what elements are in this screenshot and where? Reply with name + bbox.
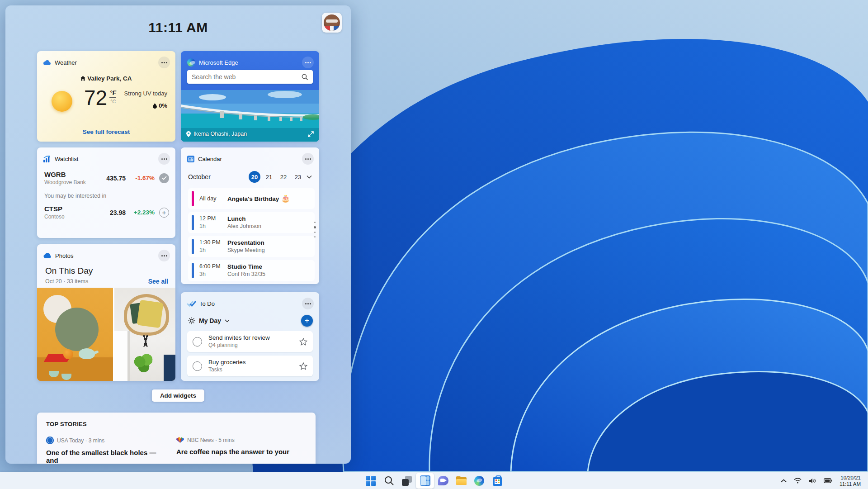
wifi-icon: [794, 478, 802, 484]
calendar-event[interactable]: 12 PM 1h Lunch Alex Johnson: [188, 212, 315, 233]
task-view-button[interactable]: [398, 473, 416, 489]
task-subtitle: Tasks: [208, 366, 299, 373]
weather-widget: Weather Valley Park, CA 72 °F °C Strong …: [37, 51, 175, 142]
stock-row[interactable]: WGRB Woodgrove Bank 435.75 -1.67%: [37, 165, 175, 185]
expand-icon[interactable]: [308, 131, 314, 137]
calendar-date-21[interactable]: 21: [263, 171, 275, 183]
event-color-bar: [192, 191, 194, 206]
event-time: All day: [199, 195, 227, 203]
widgets-panel: 11:11 AM Weather Valley Park, CA 72: [5, 5, 351, 464]
show-hidden-icons-button[interactable]: [778, 477, 789, 484]
stock-add-button[interactable]: +: [159, 208, 169, 218]
task-subtitle: Q4 planning: [208, 342, 299, 349]
see-full-forecast-link[interactable]: See full forecast: [37, 128, 175, 135]
edge-featured-photo[interactable]: Ikema Ohashi, Japan: [181, 90, 319, 142]
photo-collage[interactable]: [37, 288, 175, 381]
task-title: Buy groceries: [208, 359, 299, 366]
search-input[interactable]: [192, 73, 302, 81]
edge-menu-button[interactable]: [302, 57, 314, 68]
stock-added-check-button[interactable]: [159, 173, 169, 183]
stock-row[interactable]: CTSP Contoso 23.98 +2.23% +: [37, 199, 175, 220]
search-icon: [302, 74, 308, 81]
news-headline[interactable]: One of the smallest black holes — and: [46, 449, 165, 464]
stock-name: Contoso: [44, 214, 98, 220]
task-complete-circle[interactable]: [193, 337, 202, 347]
chat-button[interactable]: [434, 473, 452, 489]
photo-caption: Ikema Ohashi, Japan: [186, 131, 247, 137]
volume-button[interactable]: [806, 476, 819, 486]
photos-heading: On This Day: [37, 261, 175, 276]
unit-fahrenheit[interactable]: °F: [109, 89, 117, 98]
calendar-icon: [187, 155, 194, 162]
calendar-expand-chevron-icon[interactable]: [307, 175, 312, 179]
photo-thumbnail-still-life[interactable]: [37, 288, 113, 381]
weather-menu-button[interactable]: [158, 57, 170, 68]
start-button[interactable]: [362, 473, 380, 489]
microsoft-store-button[interactable]: [488, 473, 506, 489]
add-task-button[interactable]: +: [301, 315, 313, 327]
todo-check-icon: [187, 301, 196, 307]
search-icon: [384, 476, 394, 485]
weather-title: Weather: [55, 59, 155, 66]
task-row[interactable]: Buy groceries Tasks: [187, 356, 313, 376]
calendar-event[interactable]: All day Angela's Birthday 🎂: [188, 188, 315, 209]
unit-celsius[interactable]: °C: [110, 99, 116, 104]
watchlist-title: Watchlist: [55, 156, 155, 162]
battery-button[interactable]: [821, 476, 835, 485]
network-button[interactable]: [791, 476, 804, 485]
calendar-events-list: All day Angela's Birthday 🎂 12 PM 1h Lun…: [181, 183, 319, 281]
home-icon: [80, 76, 85, 81]
event-title: Presentation: [227, 239, 311, 247]
calendar-date-20[interactable]: 20: [249, 171, 260, 183]
widgets-button[interactable]: [416, 473, 434, 489]
taskbar-date: 10/20/21: [840, 475, 861, 481]
stock-change: -1.67%: [126, 175, 155, 181]
calendar-widget: Calendar October 20 21 22 23 All day: [181, 147, 319, 284]
taskbar-clock[interactable]: 10/20/21 11:11 AM: [837, 474, 863, 488]
todo-list-selector[interactable]: My Day: [199, 317, 221, 324]
event-color-bar: [192, 263, 194, 278]
battery-icon: [824, 478, 832, 483]
todo-menu-button[interactable]: [302, 298, 314, 309]
weather-temperature: 72 °F °C: [84, 85, 116, 110]
scroll-indicator[interactable]: [314, 222, 316, 237]
event-color-bar: [192, 215, 194, 230]
news-story[interactable]: USA Today · 3 mins One of the smallest b…: [46, 437, 176, 464]
calendar-event[interactable]: 6:00 PM 3h Studio Time Conf Rm 32/35: [188, 260, 315, 281]
task-star-button[interactable]: [299, 338, 307, 346]
task-title: Send invites for review: [208, 334, 299, 342]
edge-title: Microsoft Edge: [199, 59, 298, 66]
panel-clock: 11:11 AM: [5, 20, 351, 35]
photos-menu-button[interactable]: [158, 250, 170, 261]
taskbar-time: 11:11 AM: [840, 481, 861, 487]
stock-symbol: CTSP: [44, 205, 98, 213]
weather-cloud-icon: [43, 60, 51, 66]
photo-thumbnail-chair[interactable]: [114, 288, 175, 381]
taskbar: 10/20/21 11:11 AM: [0, 472, 868, 489]
task-complete-circle[interactable]: [193, 361, 202, 371]
stock-symbol: WGRB: [44, 171, 98, 178]
sun-icon: [52, 91, 72, 112]
search-button[interactable]: [380, 473, 398, 489]
news-story[interactable]: NBC News · 5 mins Are coffee naps the an…: [176, 437, 307, 464]
event-time: 6:00 PM 3h: [199, 263, 227, 278]
web-search-box[interactable]: [187, 70, 313, 84]
news-headline[interactable]: Are coffee naps the answer to your: [176, 448, 296, 456]
task-star-button[interactable]: [299, 362, 307, 370]
user-avatar[interactable]: [322, 13, 342, 33]
calendar-menu-button[interactable]: [302, 153, 314, 165]
calendar-date-23[interactable]: 23: [292, 171, 304, 183]
calendar-event[interactable]: 1:30 PM 1h Presentation Skype Meeting: [188, 236, 315, 257]
watchlist-menu-button[interactable]: [158, 153, 170, 165]
event-title: Studio Time: [227, 263, 311, 271]
chevron-down-icon[interactable]: [225, 319, 230, 323]
see-all-link[interactable]: See all: [148, 278, 168, 285]
add-widgets-button[interactable]: Add widgets: [152, 389, 204, 402]
task-row[interactable]: Send invites for review Q4 planning: [187, 331, 313, 352]
edge-logo-icon: [187, 58, 195, 66]
weather-precipitation: 0%: [124, 102, 167, 109]
event-time: 12 PM 1h: [199, 215, 227, 230]
file-explorer-button[interactable]: [452, 473, 470, 489]
edge-browser-button[interactable]: [470, 473, 488, 489]
calendar-date-22[interactable]: 22: [278, 171, 289, 183]
